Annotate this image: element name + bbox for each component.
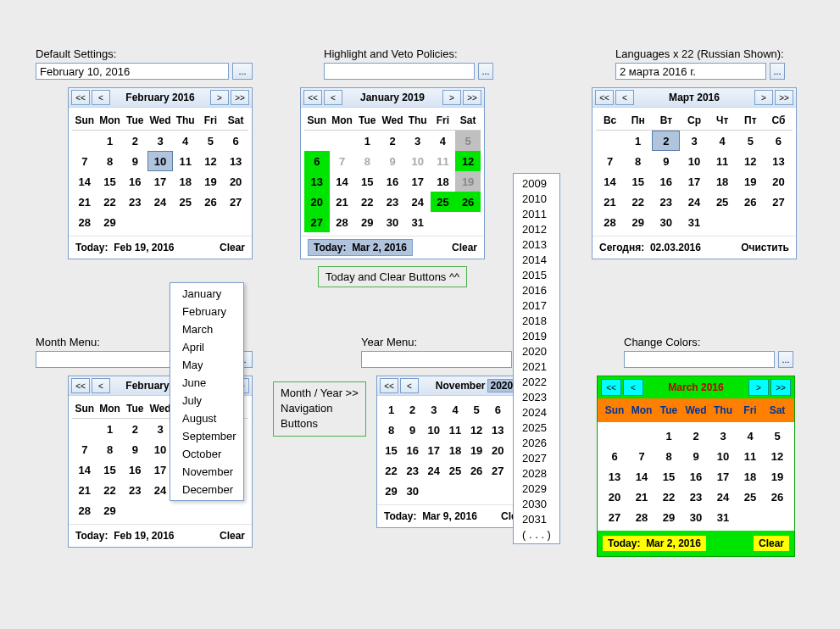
day-cell[interactable]: 14 xyxy=(72,171,97,192)
month-menu-item[interactable]: February xyxy=(170,303,243,320)
month-menu-item[interactable]: August xyxy=(170,409,243,427)
day-cell[interactable]: 15 xyxy=(381,440,402,460)
year-menu-item[interactable]: 2015 xyxy=(517,267,556,282)
day-cell[interactable]: 14 xyxy=(72,459,97,480)
month-menu-item[interactable]: November xyxy=(170,463,243,481)
day-cell[interactable]: 15 xyxy=(655,466,682,487)
day-cell[interactable]: 28 xyxy=(596,212,624,232)
day-cell[interactable]: 2 xyxy=(682,426,709,446)
day-cell[interactable]: 24 xyxy=(405,192,431,212)
clear-button[interactable]: Clear xyxy=(220,242,245,253)
year-menu-item[interactable]: 2026 xyxy=(517,435,556,450)
prev-year-button[interactable]: << xyxy=(601,379,621,396)
day-cell[interactable]: 21 xyxy=(596,192,624,212)
next-year-button[interactable]: >> xyxy=(770,379,791,396)
day-cell[interactable]: 31 xyxy=(680,212,708,232)
today-link[interactable]: Сегодня: 02.03.2016 xyxy=(599,242,701,253)
year-menu-item[interactable]: 2019 xyxy=(517,328,556,343)
day-cell[interactable]: 7 xyxy=(72,151,97,171)
year-menu-item[interactable]: 2009 xyxy=(517,175,556,191)
day-cell[interactable]: 22 xyxy=(97,192,123,212)
year-menu-item[interactable]: 2031 xyxy=(517,511,556,526)
day-cell[interactable]: 17 xyxy=(147,171,173,192)
year-menu-item[interactable]: 2014 xyxy=(517,252,556,267)
today-link[interactable]: Today: Mar 2, 2016 xyxy=(603,536,706,551)
day-cell[interactable]: 29 xyxy=(381,481,402,501)
today-link[interactable]: Today: Feb 19, 2016 xyxy=(75,530,175,542)
day-cell[interactable]: 21 xyxy=(72,480,97,500)
day-cell[interactable]: 29 xyxy=(97,500,123,520)
day-cell[interactable]: 5 xyxy=(455,131,481,151)
next-month-button[interactable]: > xyxy=(210,90,229,105)
year-menu-item[interactable]: 2024 xyxy=(517,404,556,420)
day-cell[interactable]: 17 xyxy=(405,171,431,192)
day-cell[interactable]: 26 xyxy=(764,487,791,507)
day-cell[interactable]: 7 xyxy=(628,446,655,466)
day-cell[interactable]: 14 xyxy=(596,171,624,192)
year-menu-item[interactable]: 2020 xyxy=(517,343,556,359)
day-cell[interactable]: 23 xyxy=(682,487,709,507)
day-cell[interactable]: 3 xyxy=(680,131,708,151)
year-menu-item[interactable]: 2018 xyxy=(517,313,556,328)
picker-button-colors[interactable]: ... xyxy=(778,351,793,368)
day-cell[interactable]: 6 xyxy=(765,131,793,151)
day-cell[interactable]: 12 xyxy=(466,420,487,440)
day-cell[interactable]: 1 xyxy=(354,131,380,151)
day-cell[interactable]: 6 xyxy=(304,151,330,171)
clear-button[interactable]: Clear xyxy=(452,242,477,253)
day-cell[interactable]: 5 xyxy=(764,426,791,446)
day-cell[interactable]: 4 xyxy=(431,131,456,151)
month-menu-item[interactable]: January xyxy=(170,285,243,303)
day-cell[interactable]: 12 xyxy=(198,151,224,171)
day-cell[interactable]: 2 xyxy=(402,399,423,420)
day-cell[interactable]: 29 xyxy=(655,507,682,527)
day-cell[interactable]: 6 xyxy=(601,446,628,466)
year-menu-item[interactable]: 2027 xyxy=(517,450,556,465)
day-cell[interactable]: 19 xyxy=(455,171,481,192)
prev-year-button[interactable]: << xyxy=(71,378,90,393)
date-input-highlight[interactable] xyxy=(324,63,475,80)
day-cell[interactable]: 18 xyxy=(737,466,764,487)
day-cell[interactable]: 25 xyxy=(737,487,764,507)
day-cell[interactable]: 9 xyxy=(652,151,680,171)
day-cell[interactable]: 4 xyxy=(737,426,764,446)
month-menu-item[interactable]: March xyxy=(170,320,243,338)
today-link[interactable]: Today: Mar 9, 2016 xyxy=(384,510,477,522)
day-cell[interactable]: 11 xyxy=(737,446,764,466)
next-month-button[interactable]: > xyxy=(442,90,461,105)
day-cell[interactable]: 22 xyxy=(655,487,682,507)
year-menu-item[interactable]: 2016 xyxy=(517,282,556,298)
day-cell[interactable]: 12 xyxy=(737,151,765,171)
day-cell[interactable]: 22 xyxy=(624,192,652,212)
day-cell[interactable]: 1 xyxy=(624,131,652,151)
day-cell[interactable]: 3 xyxy=(147,131,173,151)
day-cell[interactable]: 1 xyxy=(381,399,402,420)
next-year-button[interactable]: >> xyxy=(463,90,481,105)
picker-button-russian[interactable]: ... xyxy=(770,63,785,80)
prev-month-button[interactable]: < xyxy=(615,90,634,105)
day-cell[interactable]: 10 xyxy=(709,446,737,466)
day-cell[interactable]: 15 xyxy=(624,171,652,192)
clear-button[interactable]: Clear xyxy=(220,530,245,542)
day-cell[interactable]: 16 xyxy=(652,171,680,192)
day-cell[interactable]: 9 xyxy=(380,151,405,171)
day-cell[interactable]: 4 xyxy=(444,399,465,420)
day-cell[interactable]: 17 xyxy=(680,171,708,192)
day-cell[interactable]: 3 xyxy=(423,399,444,420)
day-cell[interactable]: 8 xyxy=(354,151,380,171)
year-menu-item[interactable]: 2013 xyxy=(517,237,556,252)
year-menu-item[interactable]: 2017 xyxy=(517,298,556,313)
day-cell[interactable]: 10 xyxy=(680,151,708,171)
day-cell[interactable]: 5 xyxy=(198,131,224,151)
prev-year-button[interactable]: << xyxy=(380,378,398,393)
day-cell[interactable]: 10 xyxy=(405,151,431,171)
day-cell[interactable]: 1 xyxy=(97,131,123,151)
day-cell[interactable]: 26 xyxy=(198,192,224,212)
day-cell[interactable]: 25 xyxy=(173,192,198,212)
day-cell[interactable]: 4 xyxy=(709,131,737,151)
day-cell[interactable]: 13 xyxy=(223,151,248,171)
year-menu-item[interactable]: 2011 xyxy=(517,206,556,221)
prev-month-button[interactable]: < xyxy=(92,90,110,105)
day-cell[interactable]: 8 xyxy=(655,446,682,466)
year-menu-item[interactable]: 2029 xyxy=(517,481,556,496)
